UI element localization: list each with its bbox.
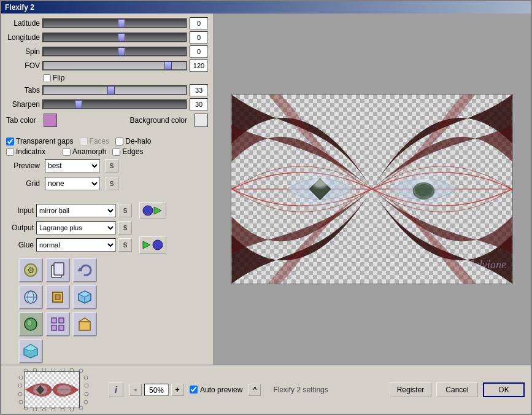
grid-reset-btn[interactable]: S bbox=[105, 177, 118, 190]
input-select[interactable]: mirror ball equirectangular bbox=[36, 204, 116, 217]
zoom-plus-btn[interactable]: + bbox=[171, 384, 183, 396]
glue-reset-btn[interactable]: S bbox=[118, 238, 132, 252]
grid-row: Grid none lines dots S bbox=[6, 176, 208, 192]
sharpen-label: Sharpen bbox=[6, 100, 40, 109]
preview-label: Preview bbox=[6, 161, 40, 170]
spin-label: Spin bbox=[6, 47, 40, 56]
svg-rect-21 bbox=[52, 325, 56, 330]
svg-rect-7 bbox=[54, 263, 64, 275]
glue-playbtns bbox=[139, 236, 166, 254]
glue-select[interactable]: normal blend overlay bbox=[36, 238, 116, 252]
auto-preview-checkbox[interactable] bbox=[190, 386, 198, 394]
plugin-btn[interactable]: ⚙ bbox=[18, 258, 43, 282]
main-window: Flexify 2 Latitude 0 Longitude bbox=[0, 0, 532, 415]
info-button[interactable]: i bbox=[109, 382, 123, 397]
preview-select[interactable]: best fast draft bbox=[45, 159, 100, 173]
svg-marker-1 bbox=[154, 207, 161, 214]
glue-row: Glue normal blend overlay S bbox=[6, 236, 208, 254]
transparent-gaps-label[interactable]: Transparent gaps bbox=[6, 137, 74, 145]
sharpen-slider[interactable] bbox=[42, 99, 187, 109]
svg-point-45 bbox=[84, 376, 88, 379]
reset-btn[interactable] bbox=[72, 258, 97, 282]
thumbnail-image[interactable] bbox=[25, 371, 80, 408]
svg-point-46 bbox=[85, 384, 88, 387]
square-btn[interactable] bbox=[45, 285, 70, 309]
grid-btn[interactable] bbox=[45, 312, 70, 336]
flip-row: Flip bbox=[6, 74, 208, 82]
bottom-bar: i - 50% + Auto preview ^ Flexify 2 setti… bbox=[1, 365, 531, 414]
svg-point-48 bbox=[84, 400, 88, 404]
faces-label: Faces bbox=[80, 137, 110, 145]
settings-area: Flexify 2 settings bbox=[273, 386, 384, 394]
anamorph-label[interactable]: Anamorph bbox=[63, 147, 106, 156]
window-title: Flexify 2 bbox=[5, 3, 34, 12]
thumbnail-area bbox=[7, 368, 102, 411]
checkbox-row-1: Transparent gaps Faces De-halo bbox=[6, 137, 208, 145]
latitude-slider[interactable] bbox=[42, 18, 187, 28]
ok-button[interactable]: OK bbox=[483, 382, 525, 397]
anamorph-checkbox[interactable] bbox=[63, 148, 71, 156]
longitude-value[interactable]: 0 bbox=[190, 31, 208, 44]
collapse-btn[interactable]: ^ bbox=[249, 384, 261, 396]
background-color-swatch[interactable] bbox=[195, 114, 208, 127]
svg-point-53 bbox=[42, 408, 46, 411]
grid-select[interactable]: none lines dots bbox=[45, 177, 100, 190]
input-row: Input mirror ball equirectangular S bbox=[6, 202, 208, 219]
spin-row: Spin 0 bbox=[6, 45, 208, 58]
tabs-value[interactable]: 33 bbox=[190, 84, 208, 96]
tab-color-swatch[interactable] bbox=[44, 114, 57, 127]
svg-rect-20 bbox=[59, 318, 64, 323]
svg-point-52 bbox=[52, 408, 55, 411]
preview-canvas: Sylviane bbox=[231, 94, 513, 284]
right-panel: Sylviane bbox=[213, 14, 531, 365]
de-halo-label[interactable]: De-halo bbox=[115, 137, 151, 145]
bottom-right-buttons: Register Cancel OK bbox=[390, 382, 525, 397]
spin-slider[interactable] bbox=[42, 47, 187, 56]
longitude-slider[interactable] bbox=[42, 33, 187, 42]
transparent-gaps-checkbox[interactable] bbox=[6, 138, 14, 145]
copy-btn[interactable] bbox=[45, 258, 70, 282]
sharpen-value[interactable]: 30 bbox=[190, 98, 208, 111]
cancel-button[interactable]: Cancel bbox=[436, 382, 478, 397]
left-panel: Latitude 0 Longitude 0 bbox=[1, 14, 213, 365]
background-color-label: Background color bbox=[130, 116, 187, 125]
input-reset-btn[interactable]: S bbox=[118, 204, 132, 217]
zoom-controls: - 50% + bbox=[129, 384, 183, 396]
edges-checkbox[interactable] bbox=[112, 148, 120, 156]
color-row: Tab color Background color bbox=[6, 112, 208, 128]
fov-slider[interactable] bbox=[42, 61, 187, 71]
input-playbtns bbox=[139, 202, 166, 219]
faces-checkbox bbox=[80, 138, 88, 145]
preview-reset-btn[interactable]: S bbox=[105, 159, 118, 173]
spin-value[interactable]: 0 bbox=[190, 45, 208, 58]
action-buttons: ⚙ bbox=[18, 258, 208, 363]
svg-point-51 bbox=[61, 408, 64, 411]
flip-label[interactable]: Flip bbox=[43, 74, 64, 82]
svg-text:⚙: ⚙ bbox=[27, 265, 35, 275]
output-row: Output Lagrange plus bilinear bicubic S bbox=[6, 221, 208, 235]
globe-btn[interactable] bbox=[18, 285, 43, 309]
input-label: Input bbox=[6, 206, 34, 215]
indicatrix-label[interactable]: Indicatrix bbox=[6, 147, 45, 156]
flip-checkbox[interactable] bbox=[43, 74, 51, 82]
svg-point-34 bbox=[313, 178, 328, 188]
output-select[interactable]: Lagrange plus bilinear bicubic bbox=[36, 221, 116, 235]
cube-btn[interactable] bbox=[72, 285, 97, 309]
info-icon: i bbox=[115, 385, 117, 395]
zoom-minus-btn[interactable]: - bbox=[129, 384, 142, 396]
gem-btn[interactable] bbox=[18, 339, 43, 363]
box-btn[interactable] bbox=[72, 312, 97, 336]
svg-marker-2 bbox=[143, 241, 150, 249]
earth-btn[interactable] bbox=[18, 312, 43, 336]
glue-play-record-btn[interactable] bbox=[139, 236, 166, 254]
tabs-slider[interactable] bbox=[42, 85, 187, 95]
output-reset-btn[interactable]: S bbox=[118, 221, 132, 235]
de-halo-checkbox[interactable] bbox=[115, 138, 123, 145]
edges-label[interactable]: Edges bbox=[112, 147, 143, 156]
register-button[interactable]: Register bbox=[390, 382, 431, 397]
latitude-value[interactable]: 0 bbox=[190, 17, 208, 29]
sharpen-row: Sharpen 30 bbox=[6, 98, 208, 111]
input-play-record-btn[interactable] bbox=[139, 202, 166, 219]
indicatrix-checkbox[interactable] bbox=[6, 148, 14, 156]
fov-value[interactable]: 120 bbox=[190, 60, 208, 72]
